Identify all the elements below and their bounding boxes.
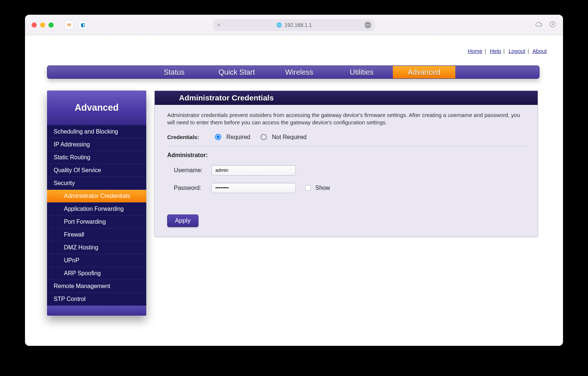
link-logout[interactable]: Logout	[509, 48, 526, 54]
sidebar-item-stp-control[interactable]: STP Control	[47, 292, 146, 305]
radio-not-required-dot	[261, 134, 267, 140]
nav-quick-start[interactable]: Quick Start	[205, 66, 268, 78]
titlebar: H ◧ ✕ 🌐 192.168.1.1 •••	[25, 15, 563, 35]
toolbar-app-icon-2[interactable]: ◧	[79, 21, 87, 29]
credentials-label: Credentials:	[167, 134, 215, 140]
close-icon[interactable]	[32, 22, 37, 28]
radio-required-label: Required	[226, 134, 250, 141]
apply-button[interactable]: Apply	[167, 214, 198, 227]
radio-not-required-label: Not Required	[272, 134, 306, 141]
sidebar-item-upnp[interactable]: UPnP	[47, 254, 146, 267]
minimize-icon[interactable]	[40, 22, 45, 28]
radio-not-required[interactable]: Not Required	[261, 134, 306, 141]
main-panel: Administrator Credentials Administrator …	[154, 91, 538, 237]
sidebar-item-application-forwarding[interactable]: Application Forwarding	[47, 202, 146, 215]
radio-required-dot	[215, 134, 221, 140]
sidebar-item-remote-management[interactable]: Remote Management	[47, 280, 146, 292]
sidebar-item-arp-spoofing[interactable]: ARP Spoofing	[47, 267, 146, 280]
page-actions-icon[interactable]: •••	[365, 22, 371, 28]
nav-utilities[interactable]: Utilities	[330, 66, 393, 78]
panel-description: Administrator credentials prevent outsid…	[167, 111, 525, 127]
sidebar-item-port-forwarding[interactable]: Port Forwarding	[47, 215, 146, 228]
link-home[interactable]: Home	[468, 48, 483, 54]
sidebar-footer	[47, 305, 146, 316]
sidebar-title: Advanced	[47, 91, 146, 125]
sidebar-item-static-routing[interactable]: Static Routing	[47, 151, 146, 164]
sidebar-item-quality-of-service[interactable]: Quality Of Service	[47, 164, 146, 177]
password-input[interactable]	[211, 183, 296, 193]
radio-required[interactable]: Required	[215, 134, 250, 141]
maximize-icon[interactable]	[49, 22, 54, 28]
downloads-icon[interactable]	[549, 21, 556, 29]
nav-advanced[interactable]: Advanced	[393, 66, 455, 78]
page-content: Home| Help| Logout| About Status Quick S…	[25, 35, 563, 346]
username-label: Username:	[167, 167, 211, 174]
show-password-checkbox[interactable]	[305, 185, 311, 191]
top-links: Home| Help| Logout| About	[468, 48, 547, 54]
show-password-label: Show	[315, 185, 330, 191]
address-bar[interactable]: ✕ 🌐 192.168.1.1 •••	[213, 19, 375, 31]
stop-reload-icon[interactable]: ✕	[217, 22, 221, 28]
sidebar-item-ip-addressing[interactable]: IP Addressing	[47, 138, 146, 151]
main-nav: Status Quick Start Wireless Utilities Ad…	[47, 65, 539, 79]
link-help[interactable]: Help	[490, 48, 501, 54]
toolbar-app-icon-1[interactable]: H	[65, 21, 74, 29]
link-about[interactable]: About	[533, 48, 547, 54]
credentials-radio-group: Required Not Required	[215, 134, 306, 141]
site-info-icon: 🌐	[276, 22, 282, 28]
sidebar-item-security[interactable]: Security	[47, 177, 146, 189]
sidebar-item-dmz-hosting[interactable]: DMZ Hosting	[47, 241, 146, 254]
sidebar-item-firewall[interactable]: Firewall	[47, 228, 146, 241]
panel-title: Administrator Credentials	[155, 91, 538, 105]
nav-status[interactable]: Status	[143, 66, 205, 78]
username-input[interactable]	[211, 165, 296, 175]
titlebar-right	[535, 21, 556, 29]
address-text: 192.168.1.1	[285, 22, 312, 28]
nav-wireless[interactable]: Wireless	[268, 66, 330, 78]
administrator-header: Administrator:	[167, 152, 525, 159]
browser-window: H ◧ ✕ 🌐 192.168.1.1 ••• Home| Help| Logo…	[25, 15, 563, 346]
cloud-icon[interactable]	[535, 21, 542, 29]
sidebar: Advanced Scheduling and BlockingIP Addre…	[47, 91, 146, 316]
sidebar-item-administrator-credentials[interactable]: Administrator Credentials	[47, 189, 146, 202]
sidebar-item-scheduling-and-blocking[interactable]: Scheduling and Blocking	[47, 125, 146, 138]
password-label: Password:	[167, 185, 211, 191]
window-controls	[32, 22, 54, 28]
